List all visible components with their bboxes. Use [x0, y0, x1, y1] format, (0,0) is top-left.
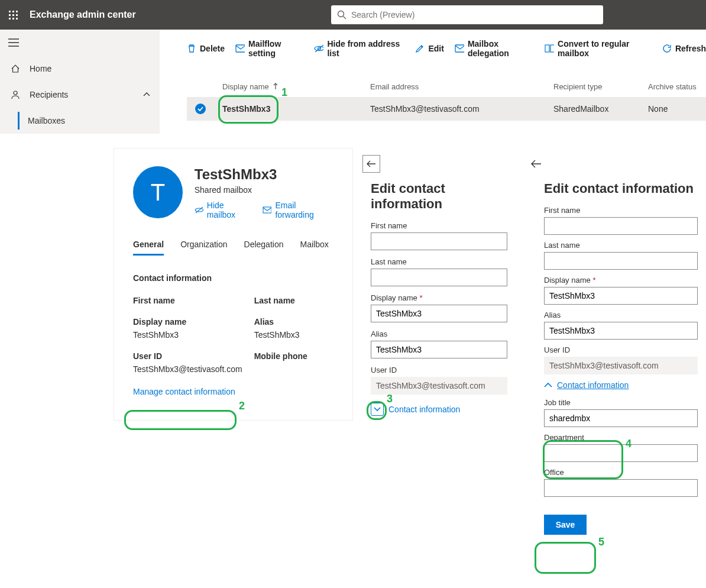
mailbox-title: TestShMbx3: [195, 166, 333, 183]
command-bar: Delete Mailflow setting Hide from addres…: [187, 35, 706, 62]
mailbox-subtitle: Shared mailbox: [195, 185, 333, 195]
label-first-name: First name: [133, 296, 242, 305]
annotation-1-num: 1: [281, 86, 287, 99]
mail-icon: [235, 44, 245, 53]
input-last-name[interactable]: [371, 269, 507, 286]
back-button[interactable]: [527, 155, 545, 173]
section-contact-info: Contact information: [133, 273, 333, 283]
input-alias[interactable]: [371, 341, 507, 358]
svg-point-0: [338, 11, 344, 17]
edit-button[interactable]: Edit: [415, 44, 443, 53]
nav-home[interactable]: Home: [0, 56, 160, 82]
row-display-name: TestShMbx3: [222, 104, 370, 114]
pencil-icon: [415, 44, 425, 53]
hamburger-icon[interactable]: [0, 30, 160, 56]
refresh-icon: [662, 44, 672, 53]
manage-contact-link[interactable]: Manage contact information: [133, 387, 235, 396]
tab-delegation[interactable]: Delegation: [244, 240, 284, 256]
tab-general[interactable]: General: [133, 240, 164, 256]
svg-point-5: [14, 91, 17, 95]
value-alias: TestShMbx3: [254, 330, 333, 340]
header-archive[interactable]: Archive status: [648, 82, 701, 91]
chevron-up-icon: [544, 382, 552, 388]
tab-mailbox[interactable]: Mailbox: [300, 240, 328, 256]
input-department[interactable]: [544, 444, 698, 462]
input-user-id: [544, 357, 698, 374]
input-job-title[interactable]: [544, 409, 698, 427]
chevron-up-icon: [143, 92, 150, 97]
label-display-name: Display name *: [544, 276, 698, 285]
tabs: General Organization Delegation Mailbox: [133, 240, 333, 256]
row-recipient: SharedMailbox: [553, 104, 648, 114]
input-display-name[interactable]: [544, 287, 698, 305]
label-display-name: Display name *: [371, 293, 507, 302]
convert-icon: [545, 44, 554, 53]
annotation-3-num: 3: [387, 393, 393, 405]
row-checkbox[interactable]: [195, 104, 206, 114]
input-display-name[interactable]: [371, 305, 507, 322]
label-alias: Alias: [254, 317, 333, 327]
label-first-name: First name: [371, 221, 507, 230]
svg-rect-11: [550, 45, 554, 52]
delete-button[interactable]: Delete: [187, 44, 225, 53]
avatar: T: [133, 166, 183, 218]
header-email[interactable]: Email address: [370, 82, 553, 91]
arrow-left-icon: [531, 160, 542, 168]
label-alias: Alias: [544, 311, 698, 319]
label-display-name: Display name: [133, 317, 242, 327]
top-bar: Exchange admin center: [0, 0, 706, 30]
mailflow-button[interactable]: Mailflow setting: [235, 39, 303, 58]
nav-recipients-label: Recipients: [30, 90, 68, 99]
delegation-button[interactable]: Mailbox delegation: [455, 39, 534, 58]
input-alias[interactable]: [544, 322, 698, 340]
edit-title: Edit contact information: [371, 181, 507, 212]
label-user-id: User ID: [544, 345, 698, 354]
app-title: Exchange admin center: [30, 9, 136, 20]
search-icon: [337, 10, 346, 20]
header-recipient[interactable]: Recipient type: [553, 82, 648, 91]
label-last-name: Last name: [371, 257, 507, 266]
nav-recipients[interactable]: Recipients: [0, 82, 160, 108]
table-row[interactable]: TestShMbx3 TestShMbx3@testivasoft.com Sh…: [187, 97, 706, 121]
row-archive: None: [648, 104, 701, 114]
check-icon: [197, 106, 203, 111]
app-launcher-icon[interactable]: [0, 0, 26, 30]
contact-info-expander[interactable]: Contact information: [544, 380, 706, 390]
svg-line-1: [344, 17, 346, 20]
nav-mailboxes[interactable]: Mailboxes: [0, 108, 160, 134]
hide-button[interactable]: Hide from address list: [314, 39, 404, 58]
back-button[interactable]: [362, 155, 380, 173]
hide-mailbox-link[interactable]: Hide mailbox: [195, 201, 252, 219]
annotation-5: [535, 542, 596, 574]
row-email: TestShMbx3@testivasoft.com: [370, 104, 553, 114]
trash-icon: [187, 44, 196, 53]
label-mobile: Mobile phone: [254, 351, 333, 361]
input-user-id: [371, 377, 507, 395]
svg-rect-10: [545, 45, 549, 52]
email-forwarding-link[interactable]: Email forwarding: [263, 201, 333, 219]
input-first-name[interactable]: [544, 217, 698, 235]
details-panel: T TestShMbx3 Shared mailbox Hide mailbox…: [114, 148, 353, 421]
edit-title: Edit contact information: [544, 181, 706, 196]
save-button[interactable]: Save: [544, 515, 587, 535]
value-display-name: TestShMbx3: [133, 330, 242, 340]
label-department: Department: [544, 433, 698, 442]
nav-home-label: Home: [30, 64, 51, 73]
eye-off-icon: [195, 206, 203, 214]
search-input[interactable]: [351, 10, 597, 20]
mail-icon: [263, 206, 271, 214]
tab-organization[interactable]: Organization: [180, 240, 227, 256]
chevron-down-icon: [371, 403, 384, 416]
label-alias: Alias: [371, 329, 507, 338]
search-box[interactable]: [331, 5, 603, 24]
convert-button[interactable]: Convert to regular mailbox: [545, 39, 652, 58]
header-display-name[interactable]: Display name: [222, 82, 370, 91]
refresh-button[interactable]: Refresh: [662, 44, 706, 53]
input-office[interactable]: [544, 479, 698, 497]
label-office: Office: [544, 468, 698, 477]
arrow-left-icon: [367, 160, 376, 167]
input-last-name[interactable]: [544, 252, 698, 270]
input-first-name[interactable]: [371, 232, 507, 250]
person-icon: [9, 90, 21, 99]
annotation-4-num: 4: [626, 438, 631, 450]
